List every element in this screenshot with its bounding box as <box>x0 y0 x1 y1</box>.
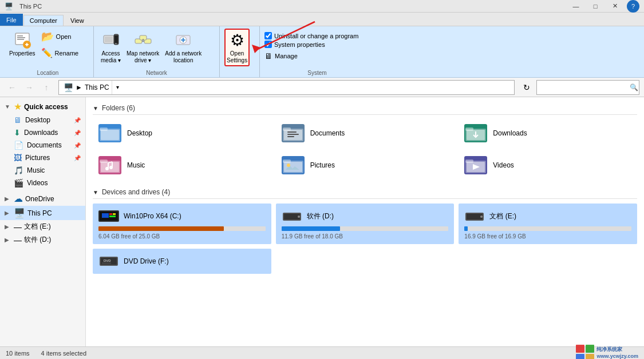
properties-label: Properties <box>9 50 35 57</box>
watermark: 纯净系统家 www.ycwjzy.com <box>576 345 638 360</box>
add-network-label: Add a networklocation <box>165 50 202 64</box>
svg-rect-2 <box>17 37 25 38</box>
address-bar: ← → ↑ 🖥️ ► This PC ▾ ↻ 🔍 <box>0 78 644 97</box>
sidebar-item-documents[interactable]: 📄 Documents 📌 <box>0 139 85 151</box>
c-drive-icon <box>98 208 119 224</box>
map-network-label: Map networkdrive ▾ <box>127 50 159 64</box>
device-dvd-drive[interactable]: DVD DVD Drive (F:) <box>93 249 271 274</box>
folder-videos[interactable]: Videos <box>459 151 637 179</box>
refresh-button[interactable]: ↻ <box>519 80 534 95</box>
svg-point-34 <box>105 167 109 170</box>
folder-desktop[interactable]: Desktop <box>93 119 271 147</box>
devices-section-header[interactable]: ▼ Devices and drives (4) <box>93 188 637 199</box>
device-d-drive[interactable]: 软件 (D:) 11.9 GB free of 18.0 GB <box>276 204 455 244</box>
manage-row[interactable]: 🖥 Manage <box>264 51 298 61</box>
ribbon-group-location: Properties 📂 Open ✏️ Rename Location <box>2 26 94 77</box>
ribbon-access-media-button[interactable]: Accessmedia ▾ <box>98 29 123 66</box>
svg-rect-49 <box>109 216 116 217</box>
sidebar-thispc[interactable]: ▶ 🖥️ This PC <box>0 206 85 220</box>
svg-point-55 <box>480 216 483 218</box>
wendang-expand: ▶ <box>5 224 11 230</box>
path-icon: 🖥️ <box>64 83 73 92</box>
folder-downloads[interactable]: Downloads <box>459 119 637 147</box>
pictures-folder-name: Pictures <box>310 161 335 169</box>
sidebar-onedrive[interactable]: ▶ ☁ OneDrive <box>0 192 85 206</box>
svg-rect-8 <box>114 35 118 43</box>
search-input[interactable] <box>542 83 627 91</box>
folder-music[interactable]: Music <box>93 151 271 179</box>
music-label: Music <box>27 166 45 174</box>
d-drive-progress-bg <box>282 226 449 231</box>
uninstall-check[interactable]: Uninstall or change a program <box>264 32 358 39</box>
folders-section-header[interactable]: ▼ Folders (6) <box>93 104 637 115</box>
help-button[interactable]: ? <box>627 0 639 13</box>
desktop-pin-icon: 📌 <box>74 117 81 123</box>
folder-documents[interactable]: Documents <box>276 119 455 147</box>
d-drive-top: 软件 (D:) <box>282 208 449 224</box>
ribbon-group-network: Accessmedia ▾ Map networkdrive ▾ Add a n… <box>94 26 220 77</box>
devices-expand-icon: ▼ <box>93 189 98 196</box>
maximize-button[interactable]: □ <box>586 0 605 13</box>
tab-view[interactable]: View <box>64 15 90 26</box>
svg-point-52 <box>298 216 300 218</box>
tab-file[interactable]: File <box>0 14 23 26</box>
svg-rect-20 <box>101 130 119 140</box>
sidebar: ▼ ★ Quick access 🖥 Desktop 📌 ⬇ Downloads… <box>0 97 86 346</box>
folder-pictures[interactable]: Pictures <box>276 151 455 179</box>
logo-cell-red <box>576 345 584 353</box>
logo-cell-yellow <box>586 354 594 360</box>
svg-rect-25 <box>287 131 297 133</box>
network-group-label: Network <box>94 70 219 76</box>
desktop-icon: 🖥 <box>14 115 22 125</box>
sidebar-item-videos[interactable]: 🎬 Videos <box>0 177 85 189</box>
forward-button[interactable]: → <box>22 80 37 95</box>
svg-rect-37 <box>284 162 302 172</box>
content-area: ▼ Folders (6) Desktop Documents <box>86 97 644 346</box>
address-path[interactable]: 🖥️ ► This PC ▾ <box>58 80 515 95</box>
ribbon-open-settings-button[interactable]: ⚙ OpenSettings <box>224 29 250 66</box>
ribbon-properties-button[interactable]: Properties <box>7 29 38 59</box>
svg-rect-42 <box>465 159 473 163</box>
up-button[interactable]: ↑ <box>39 80 54 95</box>
window-title: This PC <box>19 3 42 10</box>
device-e-drive[interactable]: 文档 (E:) 16.9 GB free of 16.9 GB <box>459 204 637 244</box>
music-icon: 🎵 <box>14 166 23 175</box>
desktop-label: Desktop <box>25 116 50 124</box>
ribbon-add-network-button[interactable]: Add a networklocation <box>163 29 204 66</box>
ribbon-map-network-button[interactable]: Map networkdrive ▾ <box>124 29 161 66</box>
minimize-button[interactable]: — <box>566 0 586 13</box>
sidebar-item-desktop[interactable]: 🖥 Desktop 📌 <box>0 114 85 126</box>
devices-grid: Win10Pro X64 (C:) 6.04 GB free of 25.0 G… <box>93 204 637 274</box>
e-drive-name: 文档 (E:) <box>489 212 516 221</box>
search-box[interactable]: 🔍 <box>536 80 639 95</box>
sidebar-software[interactable]: ▶ — 软件 (D:) <box>0 233 85 246</box>
wendang-label: 文档 (E:) <box>24 222 51 232</box>
sidebar-quick-access[interactable]: ▼ ★ Quick access <box>0 99 85 114</box>
ribbon-rename-button[interactable]: ✏️ Rename <box>39 46 81 60</box>
e-drive-progress-bg <box>464 226 631 231</box>
ribbon-open-button[interactable]: 📂 Open <box>39 29 81 45</box>
svg-rect-33 <box>100 159 108 163</box>
dvd-drive-top: DVD DVD Drive (F:) <box>98 253 266 269</box>
location-group-label: Location <box>2 70 93 76</box>
add-network-icon <box>174 31 192 49</box>
tab-computer[interactable]: Computer <box>23 15 64 26</box>
close-button[interactable]: ✕ <box>605 0 625 13</box>
d-drive-progress-fill <box>282 226 340 231</box>
system-properties-check[interactable]: System properties <box>264 41 325 48</box>
sidebar-wendang[interactable]: ▶ — 文档 (E:) <box>0 220 85 233</box>
address-dropdown[interactable]: ▾ <box>112 81 123 94</box>
title-bar-icons: 🖥️ <box>5 2 13 10</box>
svg-rect-46 <box>102 213 109 218</box>
pictures-icon: 🖼 <box>14 153 22 162</box>
system-properties-checkbox[interactable] <box>264 41 272 48</box>
music-folder-name: Music <box>127 161 145 169</box>
back-button[interactable]: ← <box>5 80 19 95</box>
window-icon: 🖥️ <box>5 2 13 10</box>
sidebar-item-downloads[interactable]: ⬇ Downloads 📌 <box>0 126 85 139</box>
sidebar-item-pictures[interactable]: 🖼 Pictures 📌 <box>0 151 85 164</box>
pictures-pin-icon: 📌 <box>74 155 81 161</box>
uninstall-checkbox[interactable] <box>264 32 272 39</box>
sidebar-item-music[interactable]: 🎵 Music <box>0 164 85 177</box>
device-c-drive[interactable]: Win10Pro X64 (C:) 6.04 GB free of 25.0 G… <box>93 204 271 244</box>
